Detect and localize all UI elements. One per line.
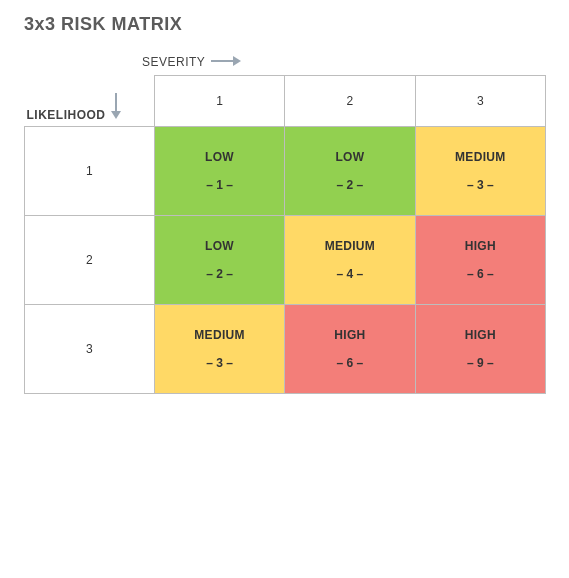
risk-cell-label: MEDIUM <box>455 150 505 164</box>
svg-marker-3 <box>111 111 121 119</box>
likelihood-axis-corner: LIKELIHOOD <box>25 76 155 127</box>
risk-cell: LOW – 1 – <box>154 126 284 215</box>
risk-cell-score: – 3 – <box>206 356 233 370</box>
risk-cell-score: – 4 – <box>337 267 364 281</box>
risk-cell-label: MEDIUM <box>194 328 244 342</box>
arrow-right-icon <box>211 53 241 71</box>
risk-cell-label: HIGH <box>465 239 496 253</box>
risk-cell-label: LOW <box>335 150 364 164</box>
risk-cell-label: HIGH <box>465 328 496 342</box>
table-row: 1 LOW – 1 – LOW – 2 – MEDIUM – 3 – <box>25 126 546 215</box>
risk-cell-score: – 9 – <box>467 356 494 370</box>
risk-cell: MEDIUM – 4 – <box>285 215 415 304</box>
severity-axis-label-bar: SEVERITY <box>142 53 545 71</box>
risk-cell-score: – 2 – <box>337 178 364 192</box>
risk-cell: HIGH – 6 – <box>415 215 545 304</box>
likelihood-header-1: 1 <box>25 126 155 215</box>
risk-cell-score: – 6 – <box>467 267 494 281</box>
severity-header-1: 1 <box>154 76 284 127</box>
risk-matrix-page: 3x3 RISK MATRIX SEVERITY LIKELIHOOD <box>0 0 569 418</box>
arrow-down-icon <box>110 93 122 122</box>
risk-cell: HIGH – 6 – <box>285 304 415 393</box>
risk-cell: LOW – 2 – <box>285 126 415 215</box>
risk-cell: LOW – 2 – <box>154 215 284 304</box>
severity-axis-label: SEVERITY <box>142 55 205 69</box>
risk-cell: MEDIUM – 3 – <box>154 304 284 393</box>
risk-cell-score: – 3 – <box>467 178 494 192</box>
risk-cell-label: LOW <box>205 150 234 164</box>
likelihood-axis-label: LIKELIHOOD <box>27 108 106 122</box>
severity-header-3: 3 <box>415 76 545 127</box>
risk-cell: MEDIUM – 3 – <box>415 126 545 215</box>
svg-marker-1 <box>233 56 241 66</box>
likelihood-header-2: 2 <box>25 215 155 304</box>
risk-cell-score: – 1 – <box>206 178 233 192</box>
risk-cell-score: – 6 – <box>337 356 364 370</box>
table-row: LIKELIHOOD 1 2 3 <box>25 76 546 127</box>
risk-matrix-table: LIKELIHOOD 1 2 3 1 LOW – 1 – <box>24 75 546 394</box>
risk-cell-score: – 2 – <box>206 267 233 281</box>
table-row: 3 MEDIUM – 3 – HIGH – 6 – HIGH – 9 – <box>25 304 546 393</box>
likelihood-header-3: 3 <box>25 304 155 393</box>
risk-cell-label: MEDIUM <box>325 239 375 253</box>
table-row: 2 LOW – 2 – MEDIUM – 4 – HIGH – 6 – <box>25 215 546 304</box>
page-title: 3x3 RISK MATRIX <box>24 14 545 35</box>
risk-cell-label: LOW <box>205 239 234 253</box>
risk-cell-label: HIGH <box>334 328 365 342</box>
risk-cell: HIGH – 9 – <box>415 304 545 393</box>
severity-header-2: 2 <box>285 76 415 127</box>
